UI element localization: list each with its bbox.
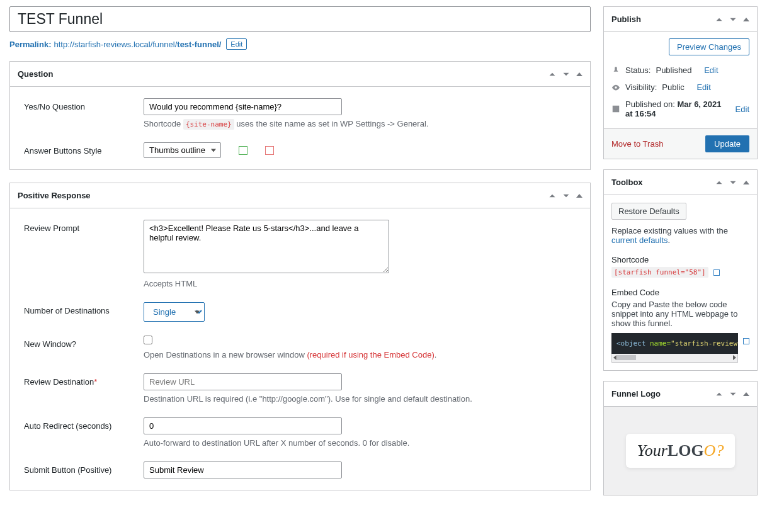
submit-label: Submit Button (Positive) (24, 461, 144, 478)
embed-label: Embed Code (611, 288, 749, 297)
newwin-label: New Window? (24, 336, 144, 359)
toggle-triangle-icon[interactable] (576, 194, 582, 198)
logo-title: Funnel Logo (611, 389, 661, 399)
newwin-checkbox[interactable] (144, 336, 152, 344)
shortcode-value: [starfish funnel="58"] (611, 267, 708, 278)
chevron-up-icon[interactable] (548, 192, 556, 200)
replace-text: Replace existing values with the current… (611, 226, 749, 245)
dest-help: Destination URL is required (i.e "http:/… (144, 394, 576, 404)
positive-response-box: Positive Response Review Prompt <h3>Exce… (9, 183, 591, 490)
toolbox-box: Toolbox Restore Defaults Replace existin… (603, 169, 758, 371)
calendar-icon (611, 105, 620, 113)
funnel-logo-box: Funnel Logo YourLOGO? (603, 381, 758, 495)
redirect-input[interactable] (144, 417, 342, 434)
yesno-label: Yes/No Question (24, 98, 144, 128)
embed-help: Copy and Paste the below code snippet in… (611, 300, 749, 328)
chevron-up-icon[interactable] (715, 179, 723, 186)
logo-preview: YourLOGO? (604, 407, 757, 495)
visibility-edit-link[interactable]: Edit (696, 82, 710, 92)
shortcode-code: {site-name} (183, 119, 234, 130)
dest-input[interactable] (144, 373, 342, 390)
permalink-link[interactable]: http://starfish-reviews.local/funnel/tes… (54, 40, 221, 49)
current-defaults-link[interactable]: current defaults (611, 235, 668, 245)
dest-num-select[interactable]: Single (144, 302, 205, 322)
dest-num-label: Number of Destinations (24, 302, 144, 322)
chevron-up-icon[interactable] (715, 16, 723, 23)
toggle-triangle-icon[interactable] (743, 392, 749, 396)
permalink-label: Permalink: (9, 40, 51, 49)
visibility-row: Visibility: Public Edit (611, 79, 749, 96)
style-label: Answer Buttons Style (24, 142, 144, 158)
positive-title: Positive Response (18, 191, 91, 200)
question-title: Question (18, 69, 53, 79)
status-edit-link[interactable]: Edit (704, 65, 718, 75)
post-title-input[interactable] (9, 6, 591, 32)
redirect-label: Auto Redirect (seconds) (24, 417, 144, 448)
chevron-down-icon[interactable] (729, 390, 737, 398)
embed-code-box[interactable]: <object name="starfish-reviews-funne (611, 333, 738, 354)
scrollbar[interactable] (611, 354, 738, 363)
shortcode-label: Shortcode (611, 255, 749, 264)
prompt-textarea[interactable]: <h3>Excellent! Please Rate us 5-stars</h… (144, 220, 389, 273)
prompt-help: Accepts HTML (144, 279, 576, 288)
preview-button[interactable]: Preview Changes (669, 38, 749, 55)
published-row: Published on: Mar 6, 2021 at 16:54 Edit (611, 96, 749, 122)
scroll-right-icon[interactable] (733, 355, 736, 360)
toggle-triangle-icon[interactable] (576, 72, 582, 76)
thumb-down-icon (265, 146, 274, 155)
eye-icon (611, 83, 620, 92)
chevron-up-icon[interactable] (715, 390, 723, 398)
question-box: Question Yes/No Question Shortcode {site… (9, 61, 591, 170)
status-row: Status: Published Edit (611, 62, 749, 79)
style-select[interactable]: Thumbs outline (144, 142, 221, 158)
update-button[interactable]: Update (705, 135, 749, 152)
scroll-left-icon[interactable] (613, 355, 616, 360)
prompt-label: Review Prompt (24, 220, 144, 288)
toolbox-title: Toolbox (611, 178, 643, 187)
redirect-help: Auto-forward to destination URL after X … (144, 438, 576, 448)
publish-box: Publish Preview Changes Status: Publishe… (603, 6, 758, 159)
yesno-help: Shortcode {site-name} uses the site name… (144, 119, 576, 128)
yesno-input[interactable] (144, 98, 342, 115)
copy-icon[interactable] (713, 269, 720, 276)
pin-icon (611, 66, 620, 75)
restore-defaults-button[interactable]: Restore Defaults (611, 203, 686, 220)
toggle-triangle-icon[interactable] (743, 181, 749, 184)
logo-image: YourLOGO? (626, 434, 736, 468)
scroll-thumb[interactable] (617, 355, 636, 360)
newwin-help: Open Destinations in a new browser windo… (144, 350, 576, 359)
submit-input[interactable] (144, 461, 342, 478)
chevron-down-icon[interactable] (729, 179, 737, 186)
dest-label: Review Destination* (24, 373, 144, 404)
permalink-row: Permalink: http://starfish-reviews.local… (9, 38, 591, 50)
toggle-triangle-icon[interactable] (743, 18, 749, 21)
thumb-up-icon (239, 146, 247, 155)
chevron-down-icon[interactable] (562, 71, 570, 78)
publish-title: Publish (611, 14, 641, 24)
date-edit-link[interactable]: Edit (736, 105, 749, 114)
copy-icon[interactable] (743, 338, 749, 344)
chevron-down-icon[interactable] (729, 16, 737, 23)
edit-slug-button[interactable]: Edit (226, 38, 247, 50)
chevron-up-icon[interactable] (548, 71, 556, 78)
trash-link[interactable]: Move to Trash (611, 139, 663, 149)
chevron-down-icon[interactable] (562, 192, 570, 200)
